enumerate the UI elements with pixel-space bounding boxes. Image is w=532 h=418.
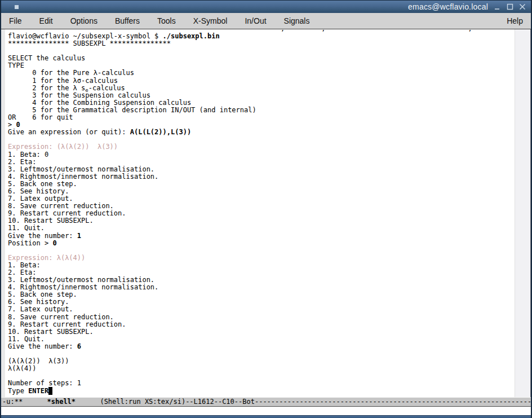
buffer-line: Give the number: 6 [8, 343, 515, 350]
menu-options[interactable]: Options [70, 15, 97, 27]
buffer-line: *************** SUBSEXPL *************** [8, 40, 515, 47]
buffer-line: 10. Restart SUBSEXPL. [8, 217, 515, 225]
buffer-line: 10. Restart SUBSEXPL. [8, 328, 515, 336]
buffer-line: 4. Rightmost/innermost normalisation. [8, 173, 515, 181]
buffer-line: Give the number: 1 [8, 232, 515, 240]
menu-signals[interactable]: Signals [284, 15, 310, 27]
menu-file[interactable]: File [9, 15, 22, 27]
buffer-line: Number of steps: 1 [8, 380, 515, 387]
buffer-line: Give an expression (or quit): A(L(L(2)),… [8, 129, 515, 136]
clipped-scrolled-line: ' , , , [8, 30, 515, 33]
main-area: ' , , , flavio@wcflavio ~/subsexpl-x-sym… [1, 29, 531, 397]
buffer-line: 6. See history. [8, 298, 515, 306]
minimize-button[interactable] [493, 2, 503, 12]
buffer-line: SELECT the calculus [8, 55, 515, 62]
menu-x-symbol[interactable]: X-Symbol [193, 15, 228, 27]
buffer-line: Type ENTER [8, 388, 515, 395]
menu-help[interactable]: Help [507, 15, 523, 27]
buffer-line: 1. Beta: 0 [8, 151, 515, 159]
buffer-line [8, 372, 515, 380]
echo-area[interactable] [1, 407, 531, 415]
menubar: File Edit Options Buffers Tools X-Symbol… [1, 13, 531, 29]
buffer-line: 11. Quit. [8, 336, 515, 343]
minimize-icon [494, 3, 502, 11]
buffer-line: (λ(λ(2)) λ(3)) [8, 358, 515, 365]
buffer-line [8, 350, 515, 358]
maximize-button[interactable] [505, 2, 515, 12]
buffer-line: 1. Beta: [8, 262, 515, 269]
close-icon [518, 3, 526, 11]
mode-line[interactable]: -u:** *shell* (Shell:run XS:tex/si)--L16… [1, 397, 531, 407]
menu-tools[interactable]: Tools [157, 15, 176, 27]
menu-edit[interactable]: Edit [39, 15, 53, 27]
menu-buffers[interactable]: Buffers [115, 15, 140, 27]
window-menu-icon[interactable] [15, 5, 19, 9]
buffer-line: 5. Back one step. [8, 291, 515, 298]
titlebar[interactable]: emacs@wcflavio.local [1, 1, 531, 13]
buffer-line: λ(λ(4)) [8, 365, 515, 372]
buffer-line: 11. Quit. [8, 225, 515, 232]
buffer-line: Expression: (λ(λ(2)) λ(3)) [8, 143, 515, 151]
buffer-line: OR 6 for quit [8, 114, 515, 121]
buffer-line: Expression: λ(λ(4)) [8, 254, 515, 262]
buffer-line: 5 for the Grammatical description IN/OUT… [8, 107, 515, 114]
buffer-line: 6. See history. [8, 188, 515, 195]
shell-buffer[interactable]: ' , , , flavio@wcflavio ~/subsexpl-x-sym… [5, 29, 515, 397]
window-bottom-border [1, 415, 531, 418]
menu-in-out[interactable]: In/Out [245, 15, 266, 27]
window-controls [493, 2, 527, 12]
scrollbar[interactable] [515, 29, 531, 397]
buffer-line: 4. Rightmost/innermost normalisation. [8, 284, 515, 291]
buffer-line: 5. Back one step. [8, 181, 515, 188]
close-button[interactable] [517, 2, 527, 12]
maximize-icon [506, 3, 514, 11]
window-title: emacs@wcflavio.local [408, 2, 493, 11]
buffer-line: Position > 0 [8, 240, 515, 247]
emacs-window: emacs@wcflavio.local File Edit [0, 0, 532, 418]
left-fringe [1, 29, 5, 397]
